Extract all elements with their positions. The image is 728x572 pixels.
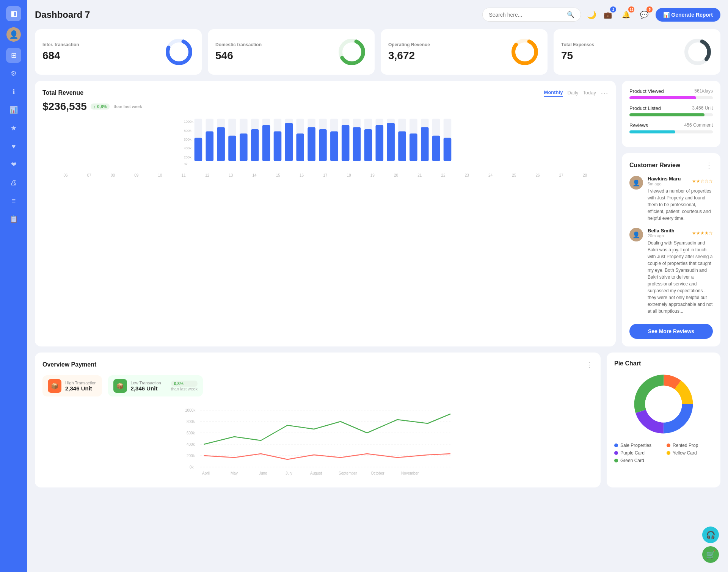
stat-value-3: 75 — [561, 50, 594, 62]
sidebar-item-star[interactable]: ★ — [6, 121, 21, 136]
review-name-1: Bella Smith — [648, 228, 675, 234]
svg-text:800k: 800k — [187, 420, 195, 424]
see-more-reviews-button[interactable]: See More Reviews — [629, 324, 713, 339]
legend-label-4: Yellow Card — [673, 450, 697, 456]
svg-rect-57 — [432, 136, 440, 161]
overview-trend-label: than last week — [171, 387, 198, 391]
headset-float-button[interactable]: 🎧 — [702, 527, 719, 543]
sidebar: ◧ 👤 ⊞ ⚙ ℹ 📊 ★ ♥ ❤ 🖨 ≡ 📋 — [0, 0, 27, 572]
metric-product-listed: Product Listed 3,456 Unit — [629, 105, 713, 116]
sidebar-item-heart[interactable]: ♥ — [6, 139, 21, 154]
wallet-icon-button[interactable]: 💼 2 — [601, 8, 615, 22]
stat-value-1: 546 — [215, 50, 262, 62]
legend-dot-3 — [667, 443, 670, 447]
svg-rect-21 — [228, 136, 236, 161]
header: Dashboard 7 🔍 🌙 💼 2 🔔 12 💬 5 📊 Generate … — [35, 8, 720, 22]
high-trans-label: High Transaction — [65, 381, 97, 385]
review-time-1: 20m ago — [648, 234, 675, 238]
high-trans-icon: 📦 — [48, 379, 61, 393]
sidebar-item-print[interactable]: 🖨 — [6, 175, 21, 190]
search-input[interactable] — [489, 12, 564, 18]
tab-today[interactable]: Today — [583, 90, 596, 96]
progress-fill-1 — [629, 113, 704, 116]
legend-dot-0 — [614, 443, 618, 447]
svg-text:April: April — [202, 471, 210, 475]
low-trans-label: Low Transaction — [131, 381, 161, 385]
moon-icon[interactable]: 🌙 — [587, 10, 596, 19]
high-trans-value: 2,346 Unit — [65, 385, 97, 392]
sidebar-item-menu[interactable]: ≡ — [6, 193, 21, 208]
stat-card-expenses: Total Expenses 75 — [554, 29, 720, 75]
svg-point-85 — [645, 386, 682, 422]
legend-dot-4 — [667, 451, 670, 455]
svg-text:October: October — [371, 471, 384, 475]
low-trans-icon: 📦 — [113, 379, 127, 393]
sidebar-item-chart[interactable]: 📊 — [6, 102, 21, 118]
legend-label-1: Purple Card — [620, 450, 645, 456]
review-stars-0: ★★☆☆☆ — [692, 179, 713, 184]
float-buttons: 🎧 🛒 — [702, 527, 719, 563]
stat-label-0: Inter. transaction — [42, 42, 79, 47]
sidebar-logo[interactable]: ◧ — [6, 6, 21, 21]
revenue-menu-icon[interactable]: ⋯ — [601, 88, 608, 97]
sidebar-item-info[interactable]: ℹ — [6, 84, 21, 99]
sidebar-item-heart2[interactable]: ❤ — [6, 157, 21, 172]
revenue-chart-header: Total Revenue Monthly Daily Today ⋯ — [42, 88, 608, 97]
stat-label-2: Operating Revenue — [388, 42, 430, 47]
metrics-card: Product Viewed 561/days Product Listed 3… — [622, 81, 720, 147]
search-box[interactable]: 🔍 — [482, 8, 581, 22]
review-card-title: Customer Review — [629, 162, 680, 169]
metric-value-0: 561/days — [694, 88, 713, 94]
svg-text:200k: 200k — [184, 155, 192, 159]
svg-rect-45 — [364, 129, 372, 161]
donut-chart-2 — [510, 37, 540, 67]
svg-rect-37 — [319, 129, 327, 161]
revenue-value: $236,535 — [42, 100, 87, 113]
progress-fill-0 — [629, 96, 696, 99]
svg-text:600k: 600k — [187, 431, 195, 435]
tab-monthly[interactable]: Monthly — [544, 89, 563, 97]
stat-cards: Inter. transaction 684 Domestic transact… — [35, 29, 720, 75]
svg-text:400k: 400k — [184, 146, 192, 150]
sidebar-item-dashboard[interactable]: ⊞ — [6, 48, 21, 63]
search-icon: 🔍 — [567, 11, 574, 18]
svg-text:0k: 0k — [190, 465, 194, 469]
chat-icon-button[interactable]: 💬 5 — [637, 8, 651, 22]
customer-review-card: Customer Review ⋮ 👤 Hawkins Maru 5m ago … — [622, 153, 720, 346]
overview-line-chart: 1000k 800k 600k 400k 200k 0k April May J… — [42, 403, 593, 478]
svg-rect-41 — [342, 125, 350, 161]
donut-chart-0 — [164, 37, 194, 67]
svg-rect-17 — [206, 132, 214, 161]
review-time-0: 5m ago — [648, 182, 681, 186]
wallet-badge: 2 — [610, 6, 616, 13]
pie-chart-svg — [629, 370, 698, 438]
overview-menu-icon[interactable]: ⋮ — [585, 360, 593, 369]
overview-header: Overview Payment ⋮ — [42, 360, 593, 369]
stat-value-0: 684 — [42, 50, 79, 62]
bell-icon-button[interactable]: 🔔 12 — [619, 8, 633, 22]
generate-report-button[interactable]: 📊 Generate Report — [656, 8, 720, 22]
tab-daily[interactable]: Daily — [567, 90, 578, 96]
svg-rect-55 — [421, 127, 429, 161]
legend-dot-2 — [614, 459, 618, 462]
transaction-badges: 📦 High Transaction 2,346 Unit 📦 Low Tran… — [42, 375, 593, 396]
svg-rect-51 — [398, 132, 406, 161]
legend-dot-1 — [614, 451, 618, 455]
sidebar-item-settings[interactable]: ⚙ — [6, 66, 21, 81]
svg-rect-25 — [251, 129, 259, 161]
svg-rect-43 — [353, 127, 361, 161]
bar-labels: 0607080910111213141516171819202122232425… — [42, 173, 608, 177]
svg-text:600k: 600k — [184, 138, 192, 141]
svg-text:400k: 400k — [187, 442, 195, 447]
legend-item-0: Sale Properties — [614, 443, 661, 448]
cart-float-button[interactable]: 🛒 — [702, 546, 719, 563]
progress-fill-2 — [629, 130, 675, 133]
review-menu-icon[interactable]: ⋮ — [705, 161, 713, 170]
sidebar-item-list[interactable]: 📋 — [6, 212, 21, 227]
avatar[interactable]: 👤 — [6, 27, 21, 42]
review-avatar-0: 👤 — [629, 176, 643, 190]
stat-card-domestic: Domestic transaction 546 — [208, 29, 375, 75]
page-title: Dashboard 7 — [35, 9, 476, 20]
svg-text:0k: 0k — [184, 162, 188, 166]
svg-text:July: July — [286, 471, 292, 475]
